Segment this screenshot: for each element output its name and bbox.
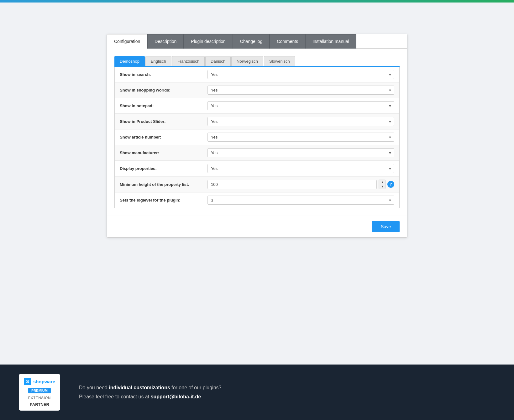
control-show-manufacturer: YesNo ▼ [207,148,394,157]
extension-text: EXTENSION [28,396,51,400]
tab-comments[interactable]: Comments [270,34,305,49]
save-bar: Save [107,216,407,237]
select-display-properties[interactable]: YesNo [207,164,394,173]
main-tabs: Configuration Description Plugin descrip… [107,34,407,49]
top-bar [0,0,514,3]
control-loglevel: 12345 ▼ [207,196,394,205]
tab-installation-manual[interactable]: Installation manual [305,34,356,49]
control-show-in-search: YesNo ▼ [207,70,394,79]
shopware-icon: S [24,378,31,385]
label-show-manufacturer: Show manufacturer: [120,150,207,155]
label-show-in-product-slider: Show in Product Slider: [120,119,207,124]
lang-tab-franzoesisch[interactable]: Französisch [172,56,205,66]
select-show-manufacturer[interactable]: YesNo [207,148,394,157]
input-min-height[interactable] [207,180,377,189]
premium-badge: PREMIUM [28,388,51,393]
tab-description[interactable]: Description [147,34,184,49]
tab-configuration[interactable]: Configuration [107,34,147,49]
spinner-up-button[interactable]: ▲ [379,180,386,184]
row-show-in-search: Show in search: YesNo ▼ [115,67,399,82]
row-show-in-notepad: Show in notepad: YesNo ▼ [115,98,399,114]
partner-text: PARTNER [30,402,49,407]
lang-tabs: Demoshop Englisch Französisch Dänisch No… [114,56,400,67]
tab-change-log[interactable]: Change log [233,34,270,49]
select-show-in-product-slider[interactable]: YesNo [207,117,394,126]
footer-line1: Do you need individual customizations fo… [79,383,221,392]
label-show-in-shopping-worlds: Show in shopping worlds: [120,88,207,92]
row-loglevel: Sets the loglevel for the plugin: 12345 … [115,192,399,208]
lang-tab-englisch[interactable]: Englisch [145,56,171,66]
control-show-article-number: YesNo ▼ [207,133,394,142]
input-spinner-group: ▲ ▼ ? [207,180,394,189]
row-min-height: Minimum height of the property list: ▲ ▼… [115,176,399,192]
shopware-logo: S shopware [24,378,55,385]
shopware-text: shopware [33,379,55,384]
label-min-height: Minimum height of the property list: [120,182,207,187]
footer-email-link[interactable]: support@biloba-it.de [151,394,201,399]
spinner-controls: ▲ ▼ [379,180,386,189]
control-show-in-shopping-worlds: YesNo ▼ [207,86,394,95]
row-show-in-product-slider: Show in Product Slider: YesNo ▼ [115,114,399,129]
footer-bold-customizations: individual customizations [109,385,170,390]
control-display-properties: YesNo ▼ [207,164,394,173]
help-icon[interactable]: ? [387,181,394,188]
label-show-article-number: Show article number: [120,135,207,139]
row-show-manufacturer: Show manufacturer: YesNo ▼ [115,145,399,161]
main-card: Configuration Description Plugin descrip… [107,34,407,238]
label-display-properties: Display properties: [120,166,207,171]
select-show-in-notepad[interactable]: YesNo [207,101,394,110]
tab-content: Demoshop Englisch Französisch Dänisch No… [107,49,407,216]
lang-tab-norwegisch[interactable]: Norwegisch [231,56,263,66]
row-display-properties: Display properties: YesNo ▼ [115,161,399,176]
footer: S shopware PREMIUM EXTENSION PARTNER Do … [0,365,514,420]
control-show-in-product-slider: YesNo ▼ [207,117,394,126]
lang-tab-slowenisch[interactable]: Slowenisch [264,56,295,66]
label-show-in-search: Show in search: [120,72,207,77]
select-show-in-search[interactable]: YesNo [207,70,394,79]
tab-plugin-description[interactable]: Plugin description [184,34,233,49]
row-show-in-shopping-worlds: Show in shopping worlds: YesNo ▼ [115,82,399,98]
page-background: Configuration Description Plugin descrip… [0,3,514,365]
control-min-height: ▲ ▼ ? [207,180,394,189]
label-show-in-notepad: Show in notepad: [120,103,207,108]
select-loglevel[interactable]: 12345 [207,196,394,205]
footer-line2: Please feel free to contact us at suppor… [79,392,221,402]
spinner-down-button[interactable]: ▼ [379,184,386,189]
select-show-article-number[interactable]: YesNo [207,133,394,142]
select-show-in-shopping-worlds[interactable]: YesNo [207,86,394,95]
save-button[interactable]: Save [372,221,400,232]
footer-text: Do you need individual customizations fo… [79,383,221,402]
form-container: Show in search: YesNo ▼ Show in shopping… [114,67,400,208]
control-show-in-notepad: YesNo ▼ [207,101,394,110]
lang-tab-demoshop[interactable]: Demoshop [114,56,145,66]
lang-tab-daenisch[interactable]: Dänisch [205,56,231,66]
label-loglevel: Sets the loglevel for the plugin: [120,198,207,202]
row-show-article-number: Show article number: YesNo ▼ [115,129,399,145]
shopware-badge: S shopware PREMIUM EXTENSION PARTNER [19,374,60,411]
